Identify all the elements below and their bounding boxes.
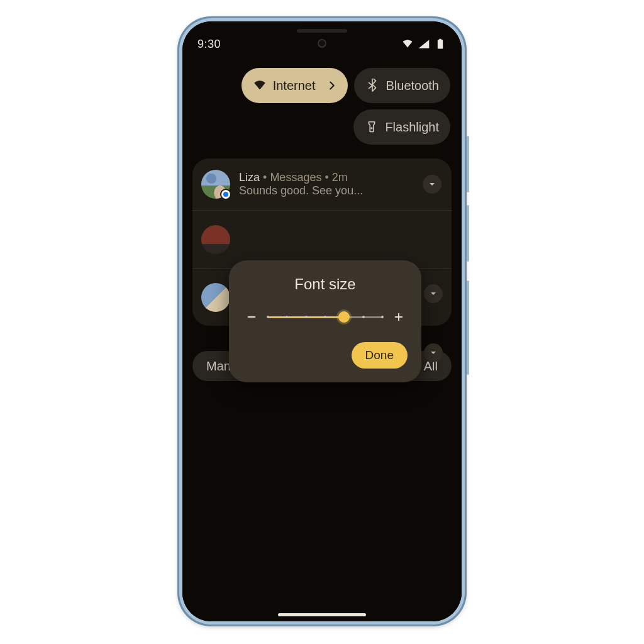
avatar [201, 225, 230, 254]
done-button[interactable]: Done [352, 342, 408, 369]
quick-settings: Internet Bluetooth Flashlight [194, 68, 450, 145]
chevron-down-icon [427, 179, 437, 189]
slider-row [243, 308, 408, 326]
notification-item[interactable]: Liza • Messages • 2m Sounds good. See yo… [192, 158, 452, 210]
font-size-popover: Font size [229, 260, 421, 382]
status-bar: 9:30 [197, 35, 447, 53]
gesture-bar[interactable] [278, 613, 366, 616]
expand-button[interactable] [423, 175, 441, 194]
tile-label: Flashlight [385, 120, 439, 135]
clock: 9:30 [197, 38, 221, 51]
speaker-grille [297, 29, 347, 33]
power-button[interactable] [467, 280, 469, 375]
phone-bezel: 9:30 Internet B [182, 21, 462, 621]
phone-frame: 9:30 Internet B [177, 16, 467, 626]
chevron-right-icon [325, 79, 339, 92]
volume-down-button[interactable] [467, 205, 469, 262]
chevron-down-icon [428, 348, 438, 358]
tile-bluetooth[interactable]: Bluetooth [354, 68, 450, 103]
chevron-down-icon [428, 289, 438, 299]
avatar [201, 170, 230, 199]
notification-item[interactable] [192, 210, 452, 268]
notification-age: 2m [332, 171, 348, 184]
tile-internet[interactable]: Internet [242, 68, 348, 103]
screen: 9:30 Internet B [182, 21, 462, 621]
notification-body: Sounds good. See you... [239, 184, 414, 197]
tile-label: Internet [273, 79, 316, 93]
bluetooth-icon [365, 79, 379, 92]
plus-icon [393, 311, 404, 323]
font-size-slider[interactable] [268, 309, 382, 325]
minus-icon [246, 311, 257, 323]
svg-point-0 [371, 128, 372, 129]
separator: • [263, 171, 267, 184]
volume-up-button[interactable] [467, 136, 469, 192]
tile-flashlight[interactable]: Flashlight [353, 109, 450, 145]
tile-label: Bluetooth [386, 79, 439, 93]
notification-sender: Liza [239, 171, 260, 184]
battery-icon [434, 38, 447, 50]
status-icons [401, 38, 447, 50]
expand-button[interactable] [424, 343, 443, 362]
signal-icon [418, 38, 430, 50]
flashlight-icon [365, 120, 379, 134]
decrease-button[interactable] [243, 308, 260, 326]
popover-title: Font size [243, 275, 408, 293]
app-badge-icon [220, 189, 231, 200]
increase-button[interactable] [390, 308, 408, 326]
separator: • [325, 171, 328, 184]
wifi-icon [401, 38, 414, 50]
notification-text: Liza • Messages • 2m Sounds good. See yo… [239, 171, 414, 197]
notification-app: Messages [270, 171, 321, 184]
expand-button[interactable] [424, 284, 443, 303]
wifi-icon [253, 79, 267, 92]
avatar [201, 283, 230, 312]
